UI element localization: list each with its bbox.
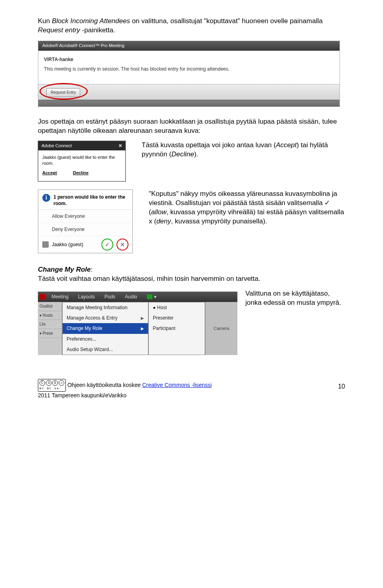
app-titlebar: Adobe® Acrobat® Connect™ Pro Meeting (38, 41, 340, 51)
change-my-role-heading: Change My Role: Tästä voit vaihtaa oman … (38, 265, 345, 284)
camera-pod: Camera (205, 302, 237, 355)
menu-change-my-role[interactable]: Change My Role▶ (63, 323, 148, 333)
page-number: 10 (338, 382, 345, 391)
entry-request-heading: 1 person would like to enter the room. (53, 194, 128, 207)
dialog-body: Jaakko (guest) would like to enter the r… (42, 154, 121, 166)
term-block-incoming: Block Incoming Attendees (52, 17, 130, 25)
close-icon[interactable]: ✕ (118, 143, 122, 149)
red-highlight-ellipse (39, 83, 88, 100)
decline-link[interactable]: Decline (73, 170, 89, 176)
cc-license-badge: C①$= BY NC SA (38, 379, 66, 392)
allow-check-icon[interactable]: ✓ (101, 239, 113, 251)
speaker-icon[interactable]: ▾ (142, 292, 161, 302)
screenshot-blocked-entry: Adobe® Acrobat® Connect™ Pro Meeting VIR… (38, 41, 340, 107)
guest-icon (42, 241, 49, 248)
screenshot-accept-decline: Adobe Connect ✕ Jaakko (guest) would lik… (38, 141, 126, 182)
menubar: Meeting Layouts Pods Audio ▾ (38, 292, 237, 302)
explain-accept-decline: Tästä kuvasta opettaja voi joko antaa lu… (126, 141, 345, 159)
adobe-logo-icon (39, 294, 45, 300)
deny-x-icon[interactable]: ✕ (116, 239, 128, 251)
room-name: VIRTA-hanke (44, 56, 334, 63)
paragraph-host-notification: Jos opettaja on estänyt pääsyn suoraan l… (38, 117, 345, 136)
status-bar (38, 100, 340, 107)
menu-audio-setup[interactable]: Audio Setup Wizard... (63, 344, 148, 355)
role-host[interactable]: Host (149, 302, 205, 313)
role-participant[interactable]: Participant (149, 323, 205, 333)
cc-license-link[interactable]: Creative Commons -lisenssi (142, 382, 211, 388)
attendee-panel: Osallist ▾ Hosts Liis ▾ Prese (38, 302, 62, 355)
intro-paragraph: Kun Block Incoming Attendees on valittun… (38, 17, 345, 35)
guest-name: Jaakko (guest) (52, 241, 83, 248)
deny-everyone-item[interactable]: Deny Everyone (38, 223, 132, 236)
allow-everyone-item[interactable]: Allow Everyone (38, 210, 132, 223)
term-request-entry: Request entry (38, 26, 80, 34)
role-presenter[interactable]: Presenter (149, 313, 205, 323)
explain-selected-role: Valittuna on se käyttäjätaso, jonka edes… (237, 289, 345, 308)
copyright-line: 2011 Tampereen kaupunki/eVarikko (38, 392, 126, 399)
dialog-title: Adobe Connect (41, 143, 72, 149)
menu-meeting[interactable]: Meeting (47, 292, 73, 302)
page-footer: C①$= BY NC SA Ohjeen käyttöoikeutta kosk… (38, 379, 345, 399)
menu-layouts[interactable]: Layouts (73, 292, 100, 302)
menu-manage-access-entry[interactable]: Manage Access & Entry▶ (63, 313, 148, 323)
accept-link[interactable]: Accept (42, 170, 57, 176)
menu-preferences[interactable]: Preferences... (63, 334, 148, 344)
role-submenu: Host Presenter Participant (148, 302, 205, 355)
screenshot-change-my-role: Meeting Layouts Pods Audio ▾ Osallist ▾ … (38, 292, 237, 355)
menu-audio[interactable]: Audio (120, 292, 142, 302)
bottom-toolbar: Request Entry (38, 84, 340, 100)
screenshot-allow-deny: i 1 person would like to enter the room.… (38, 189, 133, 253)
meeting-menu: Manage Meeting Information Manage Access… (62, 302, 148, 355)
info-icon: i (42, 194, 50, 202)
menu-manage-meeting-info[interactable]: Manage Meeting Information (63, 302, 148, 313)
explain-allow-deny: "Koputus" näkyy myös oikeassa yläreunass… (133, 189, 345, 226)
menu-pods[interactable]: Pods (100, 292, 120, 302)
blocked-message: This meeting is currently in session. Th… (44, 66, 229, 72)
